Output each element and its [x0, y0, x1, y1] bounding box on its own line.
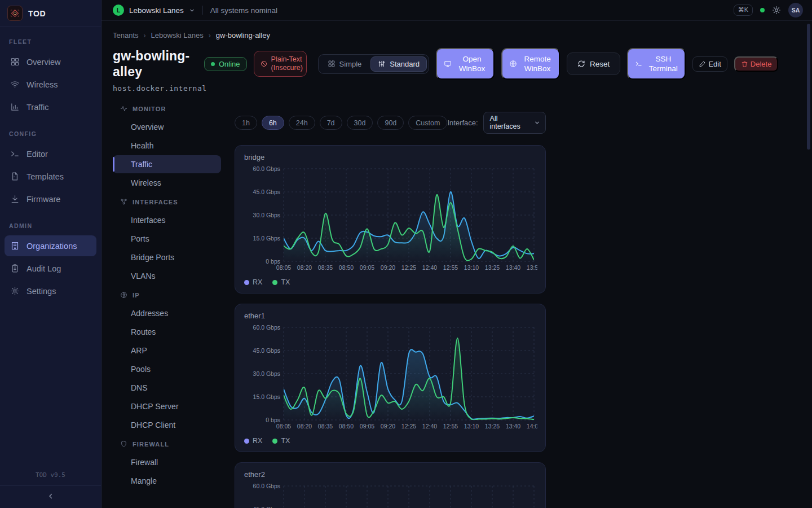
- shield-icon: [120, 440, 127, 448]
- refresh-icon: [577, 60, 585, 68]
- svg-text:12:25: 12:25: [401, 423, 416, 430]
- building-icon: [10, 241, 20, 251]
- reset-button[interactable]: Reset: [567, 52, 620, 75]
- sidebar-section-label: CONFIG: [0, 119, 101, 142]
- subnav-section-firewall: FIREWALL: [113, 435, 221, 453]
- subnav-item-vlans[interactable]: VLANs: [113, 267, 221, 285]
- breadcrumb-item[interactable]: Lebowski Lanes: [151, 31, 204, 40]
- subnav-item-mangle[interactable]: Mangle: [113, 472, 221, 490]
- chart-title: ether1: [244, 312, 536, 320]
- user-avatar[interactable]: SA: [788, 3, 803, 17]
- sidebar-collapse-button[interactable]: [0, 485, 101, 508]
- subnav-item-dhcp-client[interactable]: DHCP Client: [113, 416, 221, 434]
- subnav-item-bridge-ports[interactable]: Bridge Ports: [113, 248, 221, 266]
- svg-text:0 bps: 0 bps: [266, 417, 280, 423]
- time-range-30d[interactable]: 30d: [347, 116, 373, 130]
- sliders-icon: [378, 60, 386, 68]
- interface-filter-label: Interface:: [447, 119, 478, 127]
- sidebar-item-traffic[interactable]: Traffic: [5, 97, 96, 117]
- app-title: TOD: [28, 9, 46, 18]
- time-range-1h[interactable]: 1h: [235, 116, 257, 130]
- subnav-item-firewall[interactable]: Firewall: [113, 453, 221, 471]
- chevron-left-icon: [47, 492, 55, 500]
- download-icon: [10, 194, 20, 204]
- svg-text:08:05: 08:05: [276, 423, 291, 430]
- sidebar-item-wireless[interactable]: Wireless: [5, 74, 96, 95]
- terminal-icon: [10, 149, 20, 159]
- svg-text:30.0 Gbps: 30.0 Gbps: [253, 212, 280, 218]
- svg-text:12:40: 12:40: [422, 423, 437, 430]
- sidebar-item-overview[interactable]: Overview: [5, 51, 96, 72]
- theme-toggle-sun-icon[interactable]: [772, 6, 781, 15]
- svg-text:08:35: 08:35: [318, 423, 333, 430]
- svg-text:15.0 Gbps: 15.0 Gbps: [253, 393, 280, 400]
- system-status-text: All systems nominal: [210, 6, 277, 15]
- subnav-item-dns[interactable]: DNS: [113, 379, 221, 397]
- subnav-section-monitor: MONITOR: [113, 99, 221, 117]
- interface-select[interactable]: All interfaces: [483, 112, 546, 134]
- subnav-item-interfaces[interactable]: Interfaces: [113, 211, 221, 229]
- chart-card-ether1: ether10 bps15.0 Gbps30.0 Gbps45.0 Gbps60…: [235, 304, 546, 452]
- subnav-item-arp[interactable]: ARP: [113, 341, 221, 360]
- sidebar-item-templates[interactable]: Templates: [5, 166, 96, 187]
- edit-button[interactable]: Edit: [692, 56, 727, 72]
- pencil-icon: [699, 60, 706, 68]
- subnav-item-overview[interactable]: Overview: [113, 118, 221, 136]
- sidebar-item-editor[interactable]: Editor: [5, 143, 96, 164]
- sidebar-item-settings[interactable]: Settings: [5, 281, 96, 301]
- open-winbox-button[interactable]: Open WinBox: [436, 48, 495, 80]
- subnav-item-wireless[interactable]: Wireless: [113, 174, 221, 192]
- chart-legend: RXTX: [244, 437, 536, 445]
- gear-icon: [10, 286, 20, 296]
- ssh-terminal-button[interactable]: SSH Terminal: [627, 48, 686, 80]
- subnav-item-dhcp-server[interactable]: DHCP Server: [113, 397, 221, 415]
- sidebar-item-audit-log[interactable]: Audit Log: [5, 258, 96, 279]
- svg-text:08:20: 08:20: [297, 423, 312, 430]
- svg-text:08:05: 08:05: [276, 264, 291, 271]
- tenant-avatar: L: [113, 5, 124, 16]
- legend-item-rx: RX: [244, 278, 262, 286]
- svg-text:13:55: 13:55: [527, 264, 537, 271]
- svg-text:60.0 Gbps: 60.0 Gbps: [253, 483, 280, 489]
- charts-list: bridge0 bps15.0 Gbps30.0 Gbps45.0 Gbps60…: [235, 145, 546, 508]
- bar-chart-icon: [10, 102, 20, 112]
- sidebar-item-firmware[interactable]: Firmware: [5, 189, 96, 209]
- breadcrumb-item[interactable]: Tenants: [113, 31, 139, 40]
- traffic-panel: 1h6h24h7d30d90dCustom Interface: All int…: [235, 99, 546, 508]
- svg-text:13:10: 13:10: [464, 264, 479, 271]
- time-range-6h[interactable]: 6h: [262, 116, 284, 130]
- subnav-item-addresses[interactable]: Addresses: [113, 304, 221, 322]
- slash-circle-icon: [261, 60, 267, 67]
- time-range-24h[interactable]: 24h: [289, 116, 315, 130]
- delete-button[interactable]: Delete: [734, 56, 779, 72]
- grid-icon: [328, 60, 336, 68]
- subnav-item-routes[interactable]: Routes: [113, 323, 221, 341]
- remote-winbox-button[interactable]: Remote WinBox: [501, 48, 560, 80]
- online-dot-icon: [211, 62, 215, 66]
- svg-text:45.0 Gbps: 45.0 Gbps: [253, 189, 280, 195]
- subnav-item-traffic[interactable]: Traffic: [113, 155, 221, 173]
- time-range-7d[interactable]: 7d: [320, 116, 342, 130]
- subnav-item-pools[interactable]: Pools: [113, 360, 221, 378]
- globe-icon: [120, 291, 127, 299]
- online-status-badge: Online: [204, 57, 247, 71]
- svg-text:12:55: 12:55: [443, 423, 458, 430]
- time-range-90d[interactable]: 90d: [377, 116, 404, 130]
- tenant-selector[interactable]: L Lebowski Lanes: [113, 5, 195, 16]
- svg-text:45.0 Gbps: 45.0 Gbps: [253, 506, 280, 508]
- vertical-scrollbar-thumb[interactable]: [807, 24, 810, 150]
- chart-card-ether2: ether20 bps15.0 Gbps30.0 Gbps45.0 Gbps60…: [235, 462, 546, 508]
- chart-legend: RXTX: [244, 278, 536, 286]
- device-header: gw-bowling-alley Online Plain-Text (Inse…: [113, 48, 812, 80]
- subnav-item-ports[interactable]: Ports: [113, 230, 221, 248]
- command-palette-shortcut[interactable]: ⌘K: [734, 5, 753, 16]
- sidebar-item-organizations[interactable]: Organizations: [5, 235, 96, 256]
- time-range-custom[interactable]: Custom: [408, 116, 447, 130]
- clipboard-icon: [10, 264, 20, 273]
- breadcrumb: Tenants›Lebowski Lanes›gw-bowling-alley: [113, 31, 812, 40]
- view-mode-simple[interactable]: Simple: [320, 56, 369, 72]
- topbar-divider: [202, 6, 203, 15]
- view-mode-standard[interactable]: Standard: [370, 56, 427, 72]
- activity-icon: [120, 105, 127, 112]
- subnav-item-health[interactable]: Health: [113, 137, 221, 155]
